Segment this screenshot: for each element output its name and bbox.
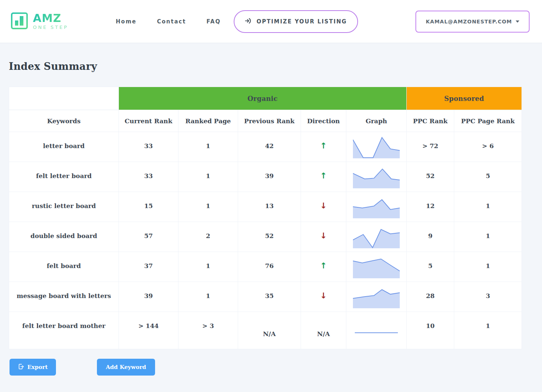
logo-text: AMZ ONE STEP — [33, 13, 68, 30]
ppc-page-rank-cell: 1 — [454, 222, 522, 252]
graph-cell — [346, 162, 407, 192]
ranked-page-value: 1 — [206, 292, 210, 299]
empty-corner-cell — [9, 87, 119, 110]
amz-onestep-logo[interactable]: AMZ ONE STEP — [11, 12, 68, 31]
ranked-page-value: 1 — [206, 262, 210, 270]
ppc-rank-cell: 28 — [407, 282, 454, 312]
previous-rank-cell: 52 — [238, 222, 301, 252]
export-button[interactable]: Export — [10, 359, 56, 376]
ppc-page-rank-cell: 1 — [454, 192, 522, 222]
previous-rank-value: N/A — [263, 330, 276, 338]
ppc-rank-value: 52 — [426, 172, 435, 180]
sparkline-chart — [353, 182, 400, 190]
col-header-ppc-page-rank: PPC Page Rank — [454, 110, 522, 132]
ppc-page-rank-cell: 1 — [454, 312, 522, 349]
optimize-your-listing-button[interactable]: OPTIMIZE YOUR LISTING — [234, 10, 358, 33]
col-header-previous-rank: Previous Rank — [238, 110, 301, 132]
nav-faq[interactable]: FAQ — [207, 18, 221, 25]
current-rank-value: 37 — [144, 262, 153, 270]
account-email: KAMAL@AMZONESTEP.COM — [426, 19, 512, 24]
ppc-page-rank-cell: 1 — [454, 252, 522, 282]
table-row: felt letter board 33 1 39 ↑ 52 5 — [9, 162, 522, 192]
col-header-graph: Graph — [346, 110, 407, 132]
keyword-cell: felt board — [9, 252, 119, 282]
sparkline-chart — [353, 152, 400, 160]
ranked-page-cell: 1 — [178, 162, 238, 192]
ranked-page-cell: 1 — [178, 132, 238, 162]
ppc-rank-value: 5 — [428, 262, 433, 270]
keyword-label: letter board — [43, 142, 85, 150]
table-row: message board with letters 39 1 35 ↓ 28 … — [9, 282, 522, 312]
current-rank-cell: 33 — [119, 132, 178, 162]
add-keyword-button[interactable]: Add Keyword — [97, 359, 155, 376]
table-row: felt letter board mother > 144 > 3 N/A N… — [9, 312, 522, 349]
sparkline-chart — [353, 332, 400, 340]
table-actions: Export Add Keyword — [9, 359, 535, 376]
ppc-rank-value: 12 — [426, 202, 435, 210]
current-rank-value: 57 — [144, 232, 153, 240]
direction-cell: ↓ — [301, 282, 346, 312]
add-keyword-label: Add Keyword — [106, 364, 146, 370]
previous-rank-value: 13 — [265, 202, 274, 210]
keyword-label: message board with letters — [16, 292, 111, 299]
previous-rank-value: 52 — [265, 232, 274, 240]
direction-arrow-icon: ↑ — [320, 141, 327, 150]
ppc-page-rank-cell: > 6 — [454, 132, 522, 162]
previous-rank-cell: 13 — [238, 192, 301, 222]
col-header-ranked-page: Ranked Page — [178, 110, 238, 132]
ppc-rank-cell: 12 — [407, 192, 454, 222]
ranked-page-cell: 1 — [178, 282, 238, 312]
ranked-page-value: 1 — [206, 202, 210, 210]
bar-chart-logo-icon — [11, 12, 28, 31]
ranked-page-value: 2 — [206, 232, 210, 240]
organic-group-header: Organic — [119, 87, 407, 110]
ranked-page-value: > 3 — [202, 322, 214, 329]
ranked-page-cell: 1 — [178, 192, 238, 222]
ranked-page-cell: 1 — [178, 252, 238, 282]
direction-cell: ↓ — [301, 222, 346, 252]
graph-cell — [346, 132, 407, 162]
table-row: rustic letter board 15 1 13 ↓ 12 1 — [9, 192, 522, 222]
current-rank-cell: 57 — [119, 222, 178, 252]
previous-rank-cell: 39 — [238, 162, 301, 192]
ppc-rank-value: > 72 — [422, 142, 439, 150]
previous-rank-value: 76 — [265, 262, 274, 270]
graph-cell — [346, 312, 407, 349]
keyword-cell: double sided board — [9, 222, 119, 252]
current-rank-value: 39 — [144, 292, 153, 299]
ppc-page-rank-value: 1 — [486, 202, 490, 210]
graph-cell — [346, 252, 407, 282]
nav-contact[interactable]: Contact — [157, 18, 186, 25]
ppc-page-rank-value: 1 — [486, 322, 490, 329]
ppc-page-rank-cell: 5 — [454, 162, 522, 192]
table-row: letter board 33 1 42 ↑ > 72 > 6 — [9, 132, 522, 162]
ppc-page-rank-value: 5 — [486, 172, 490, 180]
main-content: Index Summary Organic Sponsored Keywords… — [0, 43, 542, 376]
ppc-rank-value: 9 — [428, 232, 433, 240]
page-title: Index Summary — [9, 61, 535, 72]
table-row: felt board 37 1 76 ↑ 5 1 — [9, 252, 522, 282]
ppc-page-rank-value: 1 — [486, 262, 490, 270]
previous-rank-cell: 35 — [238, 282, 301, 312]
col-header-keywords: Keywords — [9, 110, 119, 132]
ppc-page-rank-cell: 3 — [454, 282, 522, 312]
previous-rank-value: 35 — [265, 292, 274, 299]
ppc-rank-cell: 9 — [407, 222, 454, 252]
sparkline-chart — [353, 242, 400, 250]
previous-rank-value: 39 — [265, 172, 274, 180]
ppc-rank-value: 10 — [426, 322, 435, 329]
keyword-cell: letter board — [9, 132, 119, 162]
nav-home[interactable]: Home — [116, 18, 137, 25]
current-rank-value: > 144 — [138, 322, 159, 329]
col-header-direction: Direction — [301, 110, 346, 132]
previous-rank-value: 42 — [265, 142, 274, 150]
sparkline-chart — [353, 272, 400, 280]
export-file-icon — [18, 363, 24, 371]
group-header-row: Organic Sponsored — [9, 87, 522, 110]
export-label: Export — [27, 364, 48, 370]
current-rank-value: 15 — [144, 202, 153, 210]
previous-rank-cell: N/A — [238, 312, 301, 349]
direction-cell: N/A — [301, 312, 346, 349]
index-summary-table: Organic Sponsored Keywords Current Rank … — [9, 87, 522, 349]
account-dropdown-button[interactable]: KAMAL@AMZONESTEP.COM — [415, 11, 530, 33]
